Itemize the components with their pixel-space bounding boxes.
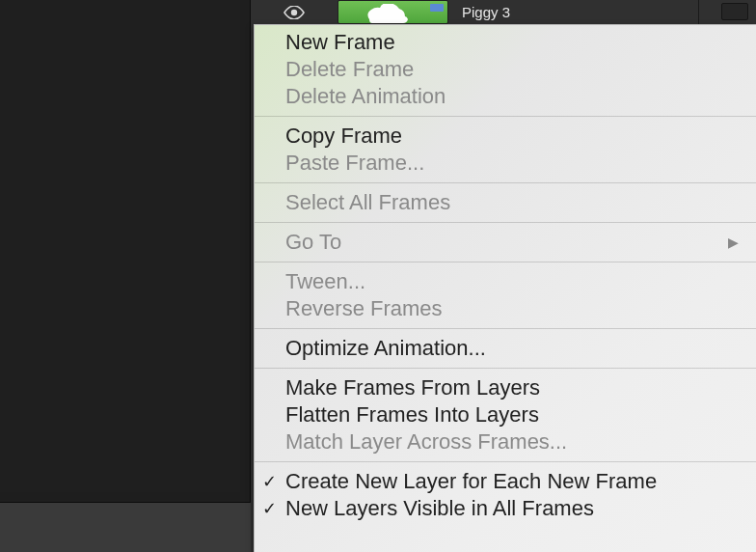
menu-separator bbox=[255, 461, 756, 462]
menu-item-select-all-frames: Select All Frames bbox=[255, 189, 756, 216]
menu-item-reverse-frames: Reverse Frames bbox=[255, 295, 756, 322]
submenu-arrow-icon: ▶ bbox=[728, 235, 739, 250]
menu-item-create-new-layer-each-frame[interactable]: ✓ Create New Layer for Each New Frame bbox=[255, 468, 756, 495]
right-panel-gutter bbox=[698, 0, 756, 24]
menu-item-label: Tween... bbox=[285, 269, 365, 294]
menu-separator bbox=[255, 328, 756, 329]
eye-icon bbox=[284, 6, 305, 19]
menu-item-label: Go To bbox=[285, 230, 341, 255]
menu-separator bbox=[255, 222, 756, 223]
animation-panel-context-menu: New Frame Delete Frame Delete Animation … bbox=[254, 24, 756, 552]
menu-separator bbox=[255, 182, 756, 183]
menu-item-label: Copy Frame bbox=[285, 124, 402, 149]
menu-item-make-frames-from-layers[interactable]: Make Frames From Layers bbox=[255, 374, 756, 401]
menu-item-label: New Layers Visible in All Frames bbox=[285, 496, 594, 521]
svg-point-0 bbox=[291, 9, 297, 14]
menu-item-match-layer-across-frames: Match Layer Across Frames... bbox=[255, 428, 756, 455]
menu-item-label: Match Layer Across Frames... bbox=[285, 429, 567, 455]
menu-item-label: Make Frames From Layers bbox=[285, 375, 540, 400]
menu-item-copy-frame[interactable]: Copy Frame bbox=[255, 123, 756, 150]
menu-item-label: Flatten Frames Into Layers bbox=[285, 402, 539, 428]
menu-item-label: Delete Frame bbox=[285, 57, 414, 82]
menu-separator bbox=[255, 116, 756, 117]
layer-visibility-toggle[interactable] bbox=[251, 0, 338, 24]
layer-name-label[interactable]: Piggy 3 bbox=[462, 4, 510, 20]
menu-item-label: Optimize Animation... bbox=[285, 336, 486, 361]
layer-thumbnail[interactable] bbox=[338, 0, 448, 24]
menu-item-label: New Frame bbox=[285, 30, 395, 55]
panel-slot bbox=[721, 3, 748, 20]
menu-item-go-to: Go To ▶ bbox=[255, 229, 756, 256]
menu-item-tween: Tween... bbox=[255, 268, 756, 295]
menu-item-paste-frame: Paste Frame... bbox=[255, 150, 756, 177]
menu-item-flatten-frames-into-layers[interactable]: Flatten Frames Into Layers bbox=[255, 401, 756, 428]
layer-color-tag bbox=[430, 4, 444, 12]
menu-item-delete-frame: Delete Frame bbox=[255, 56, 756, 83]
menu-item-label: Reverse Frames bbox=[285, 296, 443, 321]
menu-item-label: Select All Frames bbox=[285, 190, 450, 215]
pig-silhouette-icon bbox=[362, 4, 419, 24]
menu-separator bbox=[255, 262, 756, 262]
menu-separator bbox=[255, 368, 756, 369]
workspace-canvas bbox=[0, 0, 251, 502]
checkmark-icon: ✓ bbox=[262, 471, 277, 492]
menu-item-delete-animation: Delete Animation bbox=[255, 83, 756, 110]
menu-item-label: Paste Frame... bbox=[285, 151, 424, 176]
canvas-viewport bbox=[0, 0, 240, 492]
menu-item-label: Delete Animation bbox=[285, 84, 446, 109]
bottom-panel-strip bbox=[0, 502, 251, 552]
menu-item-new-frame[interactable]: New Frame bbox=[255, 29, 756, 56]
menu-item-label: Create New Layer for Each New Frame bbox=[285, 469, 657, 494]
layer-row: Piggy 3 bbox=[251, 0, 756, 24]
checkmark-icon: ✓ bbox=[262, 498, 277, 519]
menu-item-new-layers-visible-all-frames[interactable]: ✓ New Layers Visible in All Frames bbox=[255, 495, 756, 522]
menu-item-optimize-animation[interactable]: Optimize Animation... bbox=[255, 335, 756, 362]
